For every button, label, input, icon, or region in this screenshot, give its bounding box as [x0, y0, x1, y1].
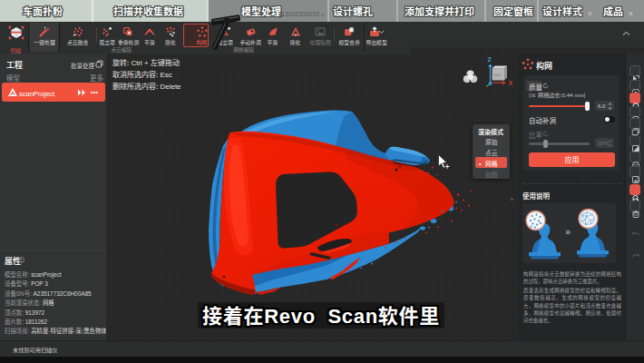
svg-text:››: ›› [565, 226, 571, 237]
svg-text:front: front [494, 74, 501, 77]
svg-text:Z: Z [488, 56, 493, 63]
svg-text:X: X [509, 80, 513, 86]
